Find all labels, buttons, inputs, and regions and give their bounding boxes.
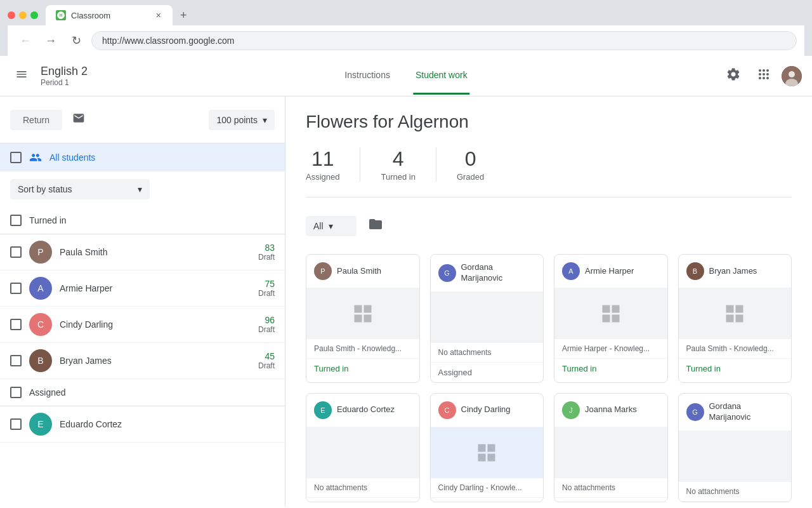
card-thumbnail-gordana-1 (431, 292, 544, 343)
card-eduardo-cortez[interactable]: E Eduardo Cortez No attachments (306, 393, 420, 502)
close-traffic-light[interactable] (8, 11, 15, 19)
student-row-paula-smith[interactable]: P Paula Smith 83 Draft (0, 234, 285, 271)
bryan-james-avatar: B (29, 349, 52, 372)
traffic-lights (8, 11, 38, 19)
cindy-darling-avatar: C (29, 313, 52, 336)
card-header-gordana-1: G Gordana Marijanovic (431, 255, 544, 292)
refresh-button[interactable]: ↻ (66, 30, 86, 51)
card-thumbnail-cindy-darling (431, 427, 544, 478)
main-layout: Return 100 points ▾ All students Sort by… (0, 97, 812, 507)
tab-student-work[interactable]: Student work (413, 57, 470, 95)
card-thumbnail-paula-smith (306, 288, 419, 339)
course-info: English 2 Period 1 (41, 65, 88, 87)
group-icon (29, 151, 42, 164)
eduardo-cortez-avatar: E (29, 413, 52, 436)
card-header-cindy-darling: C Cindy Darling (431, 394, 544, 427)
hamburger-menu-button[interactable] (10, 63, 33, 89)
tab-favicon (56, 10, 66, 20)
filter-row: All ▾ (306, 213, 792, 239)
armie-harper-checkbox[interactable] (10, 283, 22, 294)
card-joanna-marks[interactable]: J Joanna Marks No attachments (554, 393, 668, 502)
tab-close-button[interactable]: × (155, 9, 162, 22)
card-name-gordana-1: Gordana Marijanovic (461, 262, 536, 284)
student-row-bryan-james[interactable]: B Bryan James 45 Draft (0, 343, 285, 379)
all-students-label: All students (49, 152, 95, 163)
settings-button[interactable] (721, 62, 746, 90)
thumbnail-grid-icon (351, 302, 374, 325)
card-avatar-eduardo-cortez: E (314, 401, 332, 419)
bryan-james-checkbox[interactable] (10, 355, 22, 366)
card-armie-harper[interactable]: A Armie Harper Armie Harper - Knowleg...… (554, 254, 668, 383)
thumbnail-grid-icon-4 (475, 441, 498, 464)
cindy-darling-grade: 96 Draft (258, 315, 275, 334)
card-thumbnail-armie-harper (554, 288, 667, 339)
back-button[interactable]: ← (15, 30, 36, 51)
tab-title: Classroom (71, 11, 150, 20)
sort-by-status-select[interactable]: Sort by status ▾ (10, 179, 150, 199)
sort-row: Sort by status ▾ (0, 171, 285, 207)
points-label: 100 points (216, 115, 258, 125)
tab-bar: Classroom × + (8, 5, 804, 25)
student-row-cindy-darling[interactable]: C Cindy Darling 96 Draft (0, 307, 285, 343)
card-thumbnail-bryan-james (679, 288, 792, 339)
student-row-armie-harper[interactable]: A Armie Harper 75 Draft (0, 271, 285, 307)
card-avatar-gordana-1: G (438, 264, 456, 282)
card-gordana-marijanovic-2[interactable]: G Gordana Marijanovic No attachments (678, 393, 792, 502)
student-cards-grid: P Paula Smith Paula Smith - Knowledg... … (306, 254, 792, 502)
tab-instructions[interactable]: Instructions (342, 57, 393, 95)
eduardo-cortez-checkbox[interactable] (10, 418, 22, 430)
card-bryan-james[interactable]: B Bryan James Paula Smith - Knowledg... … (678, 254, 792, 383)
stat-turned-in: 4 Turned in (381, 147, 436, 182)
card-paula-smith[interactable]: P Paula Smith Paula Smith - Knowledg... … (306, 254, 420, 383)
maximize-traffic-light[interactable] (30, 11, 38, 19)
assigned-section-header: Assigned (0, 379, 285, 406)
stat-graded-number: 0 (457, 147, 484, 171)
filter-select[interactable]: All ▾ (306, 216, 357, 236)
minimize-traffic-light[interactable] (19, 11, 27, 19)
card-avatar-cindy-darling: C (438, 401, 456, 419)
address-bar[interactable] (91, 31, 797, 50)
forward-button[interactable]: → (41, 30, 61, 51)
svg-point-1 (789, 71, 795, 77)
card-attachment-gordana-1: No attachments (431, 343, 544, 363)
card-cindy-darling[interactable]: C Cindy Darling Cindy Darling - Knowle..… (430, 393, 544, 502)
new-tab-button[interactable]: + (175, 6, 192, 25)
paula-smith-checkbox[interactable] (10, 246, 22, 258)
points-selector[interactable]: 100 points ▾ (209, 110, 275, 130)
card-name-bryan-james: Bryan James (709, 266, 757, 277)
card-attachment-cindy-darling: Cindy Darling - Knowle... (431, 478, 544, 498)
card-attachment-bryan-james: Paula Smith - Knowledg... (679, 339, 792, 359)
card-attachment-gordana-2: No attachments (679, 482, 792, 502)
card-attachment-eduardo-cortez: No attachments (306, 478, 419, 498)
return-button[interactable]: Return (10, 110, 62, 130)
card-status-gordana-1: Assigned (431, 363, 544, 382)
nav-right-actions (721, 62, 802, 90)
all-students-row[interactable]: All students (0, 144, 285, 171)
card-gordana-marijanovic-1[interactable]: G Gordana Marijanovic No attachments Ass… (430, 254, 544, 383)
email-button[interactable] (67, 107, 90, 133)
card-name-paula-smith: Paula Smith (337, 266, 381, 277)
turned-in-section-header: Turned in (0, 207, 285, 234)
paula-smith-name: Paula Smith (60, 247, 251, 257)
card-header-joanna-marks: J Joanna Marks (554, 394, 667, 427)
folder-button[interactable] (364, 213, 387, 239)
avatar[interactable] (782, 66, 802, 86)
classroom-app: English 2 Period 1 Instructions Student … (0, 56, 812, 508)
card-header-paula-smith: P Paula Smith (306, 255, 419, 288)
stat-assigned-label: Assigned (306, 172, 339, 182)
assigned-section-checkbox[interactable] (10, 387, 22, 398)
card-thumbnail-gordana-2 (679, 431, 792, 482)
cindy-darling-name: Cindy Darling (60, 319, 251, 330)
apps-button[interactable] (751, 62, 776, 90)
browser-controls: ← → ↻ (8, 25, 804, 56)
all-students-checkbox[interactable] (10, 152, 22, 163)
armie-harper-name: Armie Harper (60, 283, 251, 293)
student-row-eduardo-cortez[interactable]: E Eduardo Cortez (0, 406, 285, 443)
card-status-paula-smith: Turned in (306, 359, 419, 378)
cindy-darling-checkbox[interactable] (10, 319, 22, 330)
card-header-gordana-2: G Gordana Marijanovic (679, 394, 792, 431)
stat-assigned: 11 Assigned (306, 147, 360, 182)
card-attachment-joanna-marks: No attachments (554, 478, 667, 498)
active-browser-tab[interactable]: Classroom × (46, 5, 173, 25)
turned-in-section-checkbox[interactable] (10, 215, 22, 226)
